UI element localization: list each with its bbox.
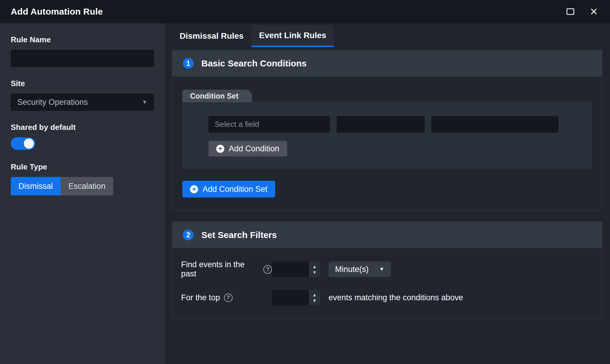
arrow-down-icon: ▼	[312, 270, 317, 274]
rule-name-input[interactable]	[11, 50, 154, 67]
past-amount-input[interactable]	[272, 262, 309, 277]
maximize-square-icon	[567, 8, 574, 15]
basic-search-conditions-body: Condition Set + Add Condition	[172, 77, 602, 211]
arrow-up-icon: ▲	[312, 265, 317, 269]
top-events-suffix: events matching the conditions above	[329, 293, 463, 302]
set-search-filters-body: Find events in the past ? ▲ ▼ Minute(s) …	[172, 248, 602, 320]
for-the-top-label: For the top	[181, 293, 220, 302]
arrow-up-icon: ▲	[312, 293, 317, 297]
rule-type-label: Rule Type	[11, 162, 154, 172]
tab-bar: Dismissal Rules Event Link Rules	[172, 25, 602, 47]
window-title: Add Automation Rule	[11, 7, 103, 17]
maximize-icon[interactable]	[567, 8, 574, 15]
time-unit-select[interactable]: Minute(s) ▼	[329, 262, 391, 277]
toggle-knob	[24, 139, 34, 149]
window-controls: ✕	[567, 7, 598, 17]
condition-set: Condition Set + Add Condition	[182, 90, 592, 169]
condition-set-body: + Add Condition	[182, 102, 592, 169]
plus-icon: +	[190, 185, 198, 193]
for-the-top-label-group: For the top ?	[181, 293, 272, 302]
tab-event-link-rules[interactable]: Event Link Rules	[251, 25, 334, 47]
rule-type-segmented-control: Dismissal Escalation	[11, 177, 113, 195]
add-condition-set-button[interactable]: + Add Condition Set	[182, 181, 275, 197]
basic-search-conditions-panel: 1 Basic Search Conditions Condition Set …	[172, 50, 602, 211]
find-events-label: Find events in the past	[181, 260, 259, 279]
arrow-down-icon: ▼	[312, 298, 317, 303]
shared-by-default-toggle[interactable]	[11, 137, 35, 150]
condition-field-select[interactable]	[208, 116, 330, 133]
condition-set-label: Condition Set	[182, 90, 252, 102]
step-1-badge: 1	[183, 58, 194, 69]
for-the-top-row: For the top ? ▲ ▼ events matching the co…	[181, 290, 592, 305]
titlebar: Add Automation Rule ✕	[0, 0, 610, 23]
stepper-arrows[interactable]: ▲ ▼	[309, 290, 320, 305]
sidebar: Rule Name Site Security Operations ▼ Sha…	[0, 23, 165, 364]
add-condition-set-label: Add Condition Set	[203, 185, 267, 194]
site-label: Site	[11, 79, 154, 88]
tab-dismissal-rules[interactable]: Dismissal Rules	[172, 25, 251, 47]
close-icon[interactable]: ✕	[590, 7, 598, 17]
help-icon[interactable]: ?	[224, 293, 233, 302]
shared-by-default-label: Shared by default	[11, 123, 154, 132]
find-events-label-group: Find events in the past ?	[181, 260, 272, 279]
plus-icon: +	[216, 145, 224, 153]
step-2-badge: 2	[183, 230, 194, 240]
set-search-filters-panel: 2 Set Search Filters Find events in the …	[172, 222, 602, 320]
chevron-down-icon: ▼	[142, 99, 147, 105]
add-condition-button[interactable]: + Add Condition	[208, 141, 287, 156]
top-events-input[interactable]	[272, 290, 309, 305]
rule-type-option-dismissal[interactable]: Dismissal	[11, 177, 61, 195]
rule-name-label: Rule Name	[11, 35, 154, 44]
condition-value-input[interactable]	[431, 116, 558, 133]
basic-search-conditions-title: Basic Search Conditions	[201, 58, 306, 69]
past-amount-stepper: ▲ ▼	[272, 262, 320, 277]
add-condition-label: Add Condition	[229, 144, 279, 153]
set-search-filters-header: 2 Set Search Filters	[172, 222, 602, 248]
basic-search-conditions-header: 1 Basic Search Conditions	[172, 50, 602, 77]
main-content: Dismissal Rules Event Link Rules 1 Basic…	[165, 23, 610, 364]
rule-type-option-escalation[interactable]: Escalation	[61, 177, 113, 195]
site-select[interactable]: Security Operations ▼	[11, 94, 154, 111]
help-icon[interactable]: ?	[263, 265, 272, 274]
set-search-filters-title: Set Search Filters	[201, 230, 277, 240]
chevron-down-icon: ▼	[379, 266, 384, 272]
top-events-stepper: ▲ ▼	[272, 290, 320, 305]
stepper-arrows[interactable]: ▲ ▼	[309, 262, 320, 277]
find-events-row: Find events in the past ? ▲ ▼ Minute(s) …	[181, 260, 592, 279]
condition-operator-input[interactable]	[337, 116, 425, 133]
window-content: Rule Name Site Security Operations ▼ Sha…	[0, 23, 610, 364]
site-select-value: Security Operations	[17, 98, 88, 107]
condition-inputs-row	[208, 116, 582, 133]
time-unit-value: Minute(s)	[335, 265, 369, 274]
